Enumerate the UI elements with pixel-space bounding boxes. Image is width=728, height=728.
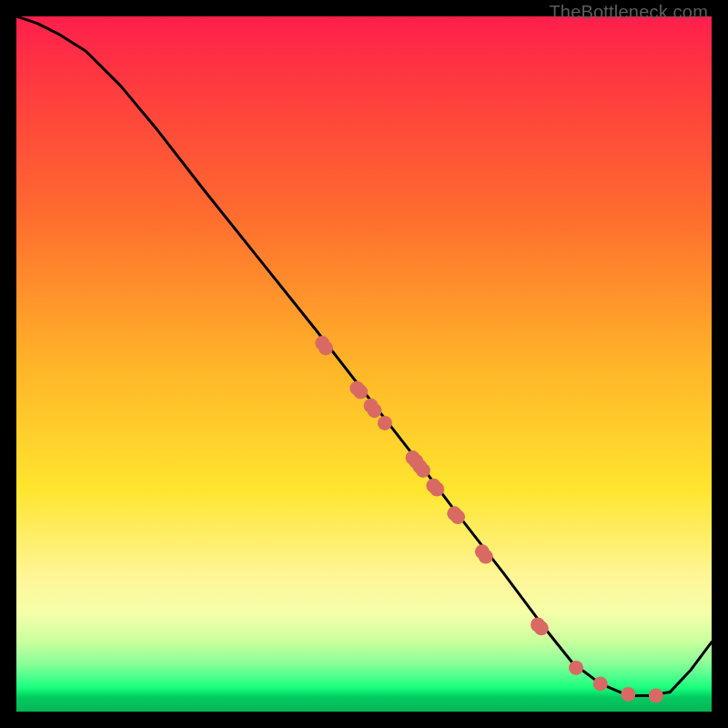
benchmark-dot [479,550,493,564]
benchmark-dot [368,403,382,418]
benchmark-dot [416,463,430,478]
benchmark-dot [378,416,392,430]
plot-area [16,16,712,712]
benchmark-dot [621,687,635,702]
benchmark-dot [353,385,368,399]
bottleneck-curve [16,16,712,695]
benchmark-dot [534,621,549,635]
benchmark-dot [318,340,333,355]
curve-layer [16,16,712,712]
benchmark-dot [593,676,608,691]
watermark-text: TheBottleneck.com [549,2,708,23]
benchmark-dot [450,510,465,524]
chart-stage: TheBottleneck.com [0,0,728,728]
benchmark-dot [649,688,663,703]
benchmark-dot [430,482,444,497]
benchmark-dot [569,661,583,675]
